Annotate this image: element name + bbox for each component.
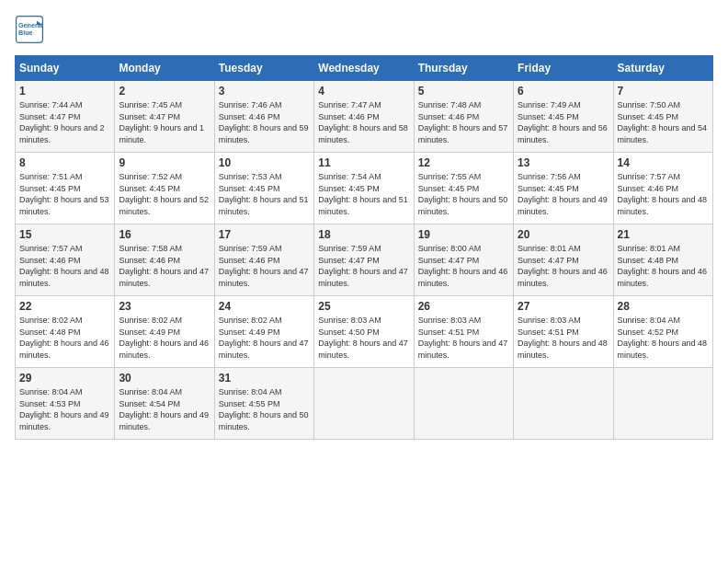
calendar-cell: 6Sunrise: 7:49 AMSunset: 4:45 PMDaylight… <box>514 81 613 153</box>
calendar-cell: 21Sunrise: 8:01 AMSunset: 4:48 PMDayligh… <box>613 224 712 296</box>
day-info: Sunrise: 7:56 AMSunset: 4:45 PMDaylight:… <box>518 172 608 216</box>
calendar-cell: 27Sunrise: 8:03 AMSunset: 4:51 PMDayligh… <box>514 296 613 368</box>
calendar-cell: 31Sunrise: 8:04 AMSunset: 4:55 PMDayligh… <box>214 368 313 440</box>
calendar-cell: 14Sunrise: 7:57 AMSunset: 4:46 PMDayligh… <box>613 153 712 224</box>
calendar-cell: 23Sunrise: 8:02 AMSunset: 4:49 PMDayligh… <box>115 296 214 368</box>
day-info: Sunrise: 7:48 AMSunset: 4:46 PMDaylight:… <box>418 100 508 144</box>
calendar-cell: 20Sunrise: 8:01 AMSunset: 4:47 PMDayligh… <box>514 224 613 296</box>
calendar-week-2: 8Sunrise: 7:51 AMSunset: 4:45 PMDaylight… <box>16 153 713 224</box>
day-number: 6 <box>518 85 609 98</box>
day-number: 19 <box>418 228 509 241</box>
calendar-cell: 29Sunrise: 8:04 AMSunset: 4:53 PMDayligh… <box>16 368 115 440</box>
calendar-week-5: 29Sunrise: 8:04 AMSunset: 4:53 PMDayligh… <box>16 368 713 440</box>
day-number: 25 <box>318 300 409 313</box>
day-info: Sunrise: 8:01 AMSunset: 4:47 PMDaylight:… <box>518 244 608 288</box>
calendar-cell <box>314 368 414 440</box>
day-info: Sunrise: 7:57 AMSunset: 4:46 PMDaylight:… <box>618 172 708 216</box>
day-number: 20 <box>518 228 609 241</box>
day-number: 5 <box>418 85 509 98</box>
day-number: 23 <box>119 300 210 313</box>
day-number: 16 <box>119 228 210 241</box>
logo-icon: General Blue <box>15 15 44 44</box>
day-number: 11 <box>318 156 409 169</box>
day-number: 22 <box>19 300 110 313</box>
day-info: Sunrise: 8:03 AMSunset: 4:50 PMDaylight:… <box>318 316 408 360</box>
day-info: Sunrise: 7:58 AMSunset: 4:46 PMDaylight:… <box>119 244 209 288</box>
day-number: 8 <box>19 156 110 169</box>
day-number: 30 <box>119 372 210 385</box>
day-number: 24 <box>219 300 310 313</box>
calendar-cell: 9Sunrise: 7:52 AMSunset: 4:45 PMDaylight… <box>115 153 214 224</box>
calendar-cell: 30Sunrise: 8:04 AMSunset: 4:54 PMDayligh… <box>115 368 214 440</box>
calendar-cell: 5Sunrise: 7:48 AMSunset: 4:46 PMDaylight… <box>414 81 513 153</box>
day-info: Sunrise: 7:59 AMSunset: 4:46 PMDaylight:… <box>219 244 309 288</box>
calendar-cell: 26Sunrise: 8:03 AMSunset: 4:51 PMDayligh… <box>414 296 513 368</box>
calendar-cell: 4Sunrise: 7:47 AMSunset: 4:46 PMDaylight… <box>314 81 414 153</box>
weekday-header-row: SundayMondayTuesdayWednesdayThursdayFrid… <box>16 56 713 81</box>
calendar-cell: 18Sunrise: 7:59 AMSunset: 4:47 PMDayligh… <box>314 224 414 296</box>
day-info: Sunrise: 8:02 AMSunset: 4:48 PMDaylight:… <box>19 316 109 360</box>
day-info: Sunrise: 7:52 AMSunset: 4:45 PMDaylight:… <box>119 172 209 216</box>
weekday-header-saturday: Saturday <box>613 56 712 81</box>
calendar-cell: 17Sunrise: 7:59 AMSunset: 4:46 PMDayligh… <box>214 224 313 296</box>
day-info: Sunrise: 8:04 AMSunset: 4:53 PMDaylight:… <box>19 387 109 431</box>
day-number: 29 <box>19 372 110 385</box>
day-number: 10 <box>219 156 310 169</box>
weekday-header-sunday: Sunday <box>16 56 115 81</box>
day-number: 7 <box>618 85 709 98</box>
day-info: Sunrise: 8:00 AMSunset: 4:47 PMDaylight:… <box>418 244 508 288</box>
calendar-cell: 10Sunrise: 7:53 AMSunset: 4:45 PMDayligh… <box>214 153 313 224</box>
calendar-cell: 12Sunrise: 7:55 AMSunset: 4:45 PMDayligh… <box>414 153 513 224</box>
day-number: 12 <box>418 156 509 169</box>
day-info: Sunrise: 7:50 AMSunset: 4:45 PMDaylight:… <box>618 100 708 144</box>
calendar-cell: 1Sunrise: 7:44 AMSunset: 4:47 PMDaylight… <box>16 81 115 153</box>
day-info: Sunrise: 8:04 AMSunset: 4:52 PMDaylight:… <box>618 316 708 360</box>
calendar-cell: 11Sunrise: 7:54 AMSunset: 4:45 PMDayligh… <box>314 153 414 224</box>
day-number: 31 <box>219 372 310 385</box>
calendar-cell: 7Sunrise: 7:50 AMSunset: 4:45 PMDaylight… <box>613 81 712 153</box>
day-info: Sunrise: 7:53 AMSunset: 4:45 PMDaylight:… <box>219 172 309 216</box>
calendar-cell: 19Sunrise: 8:00 AMSunset: 4:47 PMDayligh… <box>414 224 513 296</box>
day-number: 14 <box>618 156 709 169</box>
day-number: 3 <box>219 85 310 98</box>
day-info: Sunrise: 8:03 AMSunset: 4:51 PMDaylight:… <box>418 316 508 360</box>
day-info: Sunrise: 8:03 AMSunset: 4:51 PMDaylight:… <box>518 316 608 360</box>
logo: General Blue <box>15 15 48 44</box>
day-info: Sunrise: 8:04 AMSunset: 4:54 PMDaylight:… <box>119 387 209 431</box>
day-number: 4 <box>318 85 409 98</box>
weekday-header-monday: Monday <box>115 56 214 81</box>
day-number: 13 <box>518 156 609 169</box>
calendar-cell: 15Sunrise: 7:57 AMSunset: 4:46 PMDayligh… <box>16 224 115 296</box>
day-info: Sunrise: 7:59 AMSunset: 4:47 PMDaylight:… <box>318 244 408 288</box>
day-info: Sunrise: 7:44 AMSunset: 4:47 PMDaylight:… <box>19 100 105 144</box>
svg-text:Blue: Blue <box>18 29 33 37</box>
day-info: Sunrise: 7:47 AMSunset: 4:46 PMDaylight:… <box>318 100 408 144</box>
weekday-header-friday: Friday <box>514 56 613 81</box>
calendar-cell: 13Sunrise: 7:56 AMSunset: 4:45 PMDayligh… <box>514 153 613 224</box>
calendar-cell <box>414 368 513 440</box>
day-number: 27 <box>518 300 609 313</box>
day-number: 15 <box>19 228 110 241</box>
calendar-cell: 28Sunrise: 8:04 AMSunset: 4:52 PMDayligh… <box>613 296 712 368</box>
day-info: Sunrise: 7:55 AMSunset: 4:45 PMDaylight:… <box>418 172 508 216</box>
calendar-cell: 22Sunrise: 8:02 AMSunset: 4:48 PMDayligh… <box>16 296 115 368</box>
calendar-container: General Blue SundayMondayTuesdayWednesda… <box>0 0 728 447</box>
calendar-cell <box>613 368 712 440</box>
calendar-body: 1Sunrise: 7:44 AMSunset: 4:47 PMDaylight… <box>16 81 713 440</box>
weekday-header-wednesday: Wednesday <box>314 56 414 81</box>
day-number: 28 <box>618 300 709 313</box>
calendar-cell: 2Sunrise: 7:45 AMSunset: 4:47 PMDaylight… <box>115 81 214 153</box>
calendar-week-1: 1Sunrise: 7:44 AMSunset: 4:47 PMDaylight… <box>16 81 713 153</box>
day-info: Sunrise: 7:54 AMSunset: 4:45 PMDaylight:… <box>318 172 408 216</box>
day-number: 9 <box>119 156 210 169</box>
day-number: 21 <box>618 228 709 241</box>
calendar-cell: 24Sunrise: 8:02 AMSunset: 4:49 PMDayligh… <box>214 296 313 368</box>
day-info: Sunrise: 8:01 AMSunset: 4:48 PMDaylight:… <box>618 244 708 288</box>
day-info: Sunrise: 8:02 AMSunset: 4:49 PMDaylight:… <box>219 316 309 360</box>
calendar-table: SundayMondayTuesdayWednesdayThursdayFrid… <box>15 55 713 440</box>
weekday-header-thursday: Thursday <box>414 56 513 81</box>
calendar-week-4: 22Sunrise: 8:02 AMSunset: 4:48 PMDayligh… <box>16 296 713 368</box>
weekday-header-tuesday: Tuesday <box>214 56 313 81</box>
day-info: Sunrise: 7:46 AMSunset: 4:46 PMDaylight:… <box>219 100 309 144</box>
header: General Blue <box>15 15 713 44</box>
